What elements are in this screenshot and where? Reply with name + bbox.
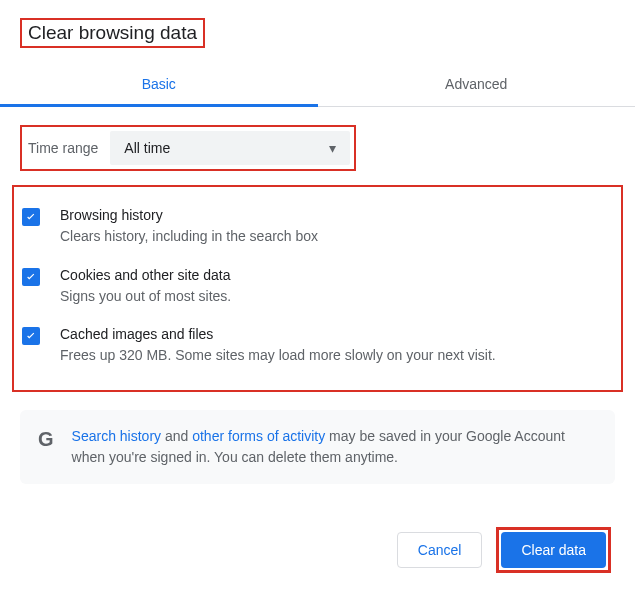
tab-basic[interactable]: Basic <box>0 64 318 106</box>
title-highlight: Clear browsing data <box>20 18 205 48</box>
google-icon: G <box>38 428 54 451</box>
time-range-select[interactable]: All time ▾ <box>110 131 350 165</box>
tab-advanced[interactable]: Advanced <box>318 64 636 106</box>
option-title: Cookies and other site data <box>60 267 231 283</box>
time-range-highlight: Time range All time ▾ <box>20 125 356 171</box>
option-cache: Cached images and files Frees up 320 MB.… <box>22 316 611 376</box>
info-text: Search history and other forms of activi… <box>72 426 597 468</box>
check-icon <box>24 270 38 284</box>
info-box: G Search history and other forms of acti… <box>20 410 615 484</box>
option-cookies: Cookies and other site data Signs you ou… <box>22 257 611 317</box>
clear-browsing-data-dialog: Clear browsing data Basic Advanced Time … <box>0 0 635 593</box>
checkbox-cache[interactable] <box>22 327 40 345</box>
option-desc: Clears history, including in the search … <box>60 227 318 247</box>
clear-data-button[interactable]: Clear data <box>501 532 606 568</box>
check-icon <box>24 210 38 224</box>
cancel-button-label: Cancel <box>418 542 462 558</box>
chevron-down-icon: ▾ <box>329 140 336 156</box>
info-mid: and <box>161 428 192 444</box>
link-search-history[interactable]: Search history <box>72 428 161 444</box>
tab-advanced-label: Advanced <box>445 76 507 92</box>
tab-basic-label: Basic <box>142 76 176 92</box>
tabs: Basic Advanced <box>0 64 635 107</box>
time-range-value: All time <box>124 140 170 156</box>
dialog-title: Clear browsing data <box>28 22 197 44</box>
time-range-label: Time range <box>28 140 98 156</box>
cancel-button[interactable]: Cancel <box>397 532 483 568</box>
option-title: Browsing history <box>60 207 318 223</box>
option-title: Cached images and files <box>60 326 496 342</box>
option-browsing-history: Browsing history Clears history, includi… <box>22 197 611 257</box>
checkbox-cookies[interactable] <box>22 268 40 286</box>
option-desc: Signs you out of most sites. <box>60 287 231 307</box>
checkbox-browsing-history[interactable] <box>22 208 40 226</box>
options-highlight: Browsing history Clears history, includi… <box>12 185 623 392</box>
option-desc: Frees up 320 MB. Some sites may load mor… <box>60 346 496 366</box>
dialog-buttons: Cancel Clear data <box>397 527 611 573</box>
clear-button-highlight: Clear data <box>496 527 611 573</box>
check-icon <box>24 329 38 343</box>
clear-button-label: Clear data <box>521 542 586 558</box>
link-other-activity[interactable]: other forms of activity <box>192 428 325 444</box>
